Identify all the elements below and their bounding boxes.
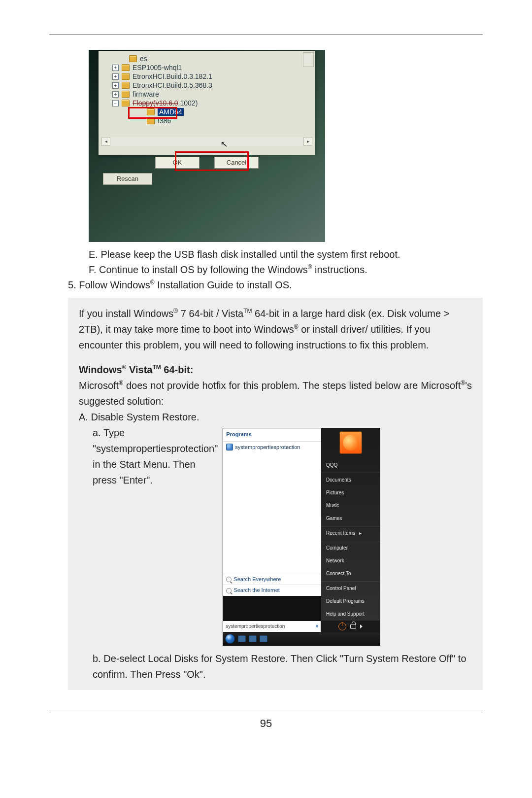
highlight-amd64 bbox=[128, 107, 177, 119]
step-f: F. Continue to install OS by following t… bbox=[89, 262, 483, 278]
startmenu-bottom: systempropertiesprotection × bbox=[223, 621, 380, 632]
menu-games[interactable]: Games bbox=[321, 512, 380, 525]
screenshot-driver-browse: es +ESP1005-whql1 +EtronxHCI.Build.0.3.1… bbox=[89, 50, 325, 242]
taskbar-icon[interactable] bbox=[238, 635, 246, 642]
folder-icon bbox=[122, 100, 130, 106]
page-number: 95 bbox=[49, 717, 483, 730]
folder-label: firmware bbox=[133, 90, 159, 98]
tree-row[interactable]: es bbox=[129, 55, 310, 63]
scroll-right-icon[interactable]: ▸ bbox=[303, 137, 312, 146]
search-icon bbox=[226, 577, 232, 582]
taskbar bbox=[223, 632, 380, 645]
startmenu-right-pane: QQQ Documents Pictures Music Games Recen… bbox=[321, 428, 380, 621]
folder-label: EtronxHCI.Build.0.3.182.1 bbox=[133, 72, 212, 80]
result-label: systempropertiesprotection bbox=[235, 443, 300, 452]
cursor-icon: ↖ bbox=[220, 138, 228, 149]
note-paragraph-2: Microsoft® does not provide hotfix for t… bbox=[79, 378, 472, 409]
power-bar bbox=[321, 621, 380, 632]
tree-row[interactable]: +EtronxHCI.Build.0.3.182.1 bbox=[112, 72, 310, 80]
menu-music[interactable]: Music bbox=[321, 499, 380, 512]
chevron-right-icon[interactable] bbox=[360, 625, 363, 628]
folder-label: ESP1005-whql1 bbox=[133, 64, 182, 71]
folder-label: es bbox=[140, 55, 147, 63]
scrollbar-vertical-stub[interactable] bbox=[303, 52, 314, 67]
menu-network[interactable]: Network bbox=[321, 555, 380, 567]
folder-icon bbox=[122, 82, 130, 89]
document-page: es +ESP1005-whql1 +EtronxHCI.Build.0.3.1… bbox=[0, 0, 532, 798]
user-avatar-icon[interactable] bbox=[339, 431, 362, 454]
top-rule bbox=[49, 35, 483, 35]
expander-icon[interactable]: + bbox=[112, 65, 119, 71]
scroll-left-icon[interactable]: ◂ bbox=[101, 137, 110, 146]
expander-icon[interactable]: + bbox=[112, 91, 119, 98]
note-heading-vista: Windows® VistaTM 64-bit: bbox=[79, 362, 472, 378]
tree-row[interactable]: +firmware bbox=[112, 90, 310, 98]
step-e: E. Please keep the USB flash disk instal… bbox=[89, 247, 483, 262]
menu-control-panel[interactable]: Control Panel bbox=[321, 581, 380, 595]
search-everywhere-link[interactable]: Search Everywhere bbox=[223, 574, 321, 585]
step-A-b: b. De-select Local Disks for System Rest… bbox=[93, 651, 472, 682]
step-A-a: a. Type "systempropertiesprotection" in … bbox=[93, 425, 218, 488]
expander-icon[interactable]: + bbox=[112, 73, 119, 80]
start-orb-icon[interactable] bbox=[225, 634, 235, 644]
search-internet-link[interactable]: Search the Internet bbox=[223, 585, 321, 596]
rescan-button[interactable]: Rescan bbox=[103, 173, 152, 185]
search-icon bbox=[226, 588, 232, 593]
folder-label: EtronxHCI.Build.0.5.368.3 bbox=[133, 81, 212, 89]
menu-documents[interactable]: Documents bbox=[321, 473, 380, 486]
startmenu-search-input[interactable]: systempropertiesprotection × bbox=[223, 621, 321, 632]
expander-icon[interactable]: + bbox=[112, 82, 119, 89]
search-text: systempropertiesprotection bbox=[226, 623, 285, 630]
note-box: If you install Windows® 7 64-bit / Vista… bbox=[68, 298, 483, 690]
folder-icon bbox=[122, 64, 130, 71]
tree-row[interactable]: +EtronxHCI.Build.0.5.368.3 bbox=[112, 81, 310, 89]
highlight-ok bbox=[175, 151, 249, 171]
menu-default-programs[interactable]: Default Programs bbox=[321, 595, 380, 608]
step-A: A. Disable System Restore. bbox=[79, 409, 472, 425]
menu-help[interactable]: Help and Support bbox=[321, 608, 380, 621]
folder-label: Floppy(v10.6.0.1002) bbox=[133, 99, 198, 107]
bottom-rule bbox=[49, 710, 483, 710]
menu-connect-to[interactable]: Connect To bbox=[321, 567, 380, 580]
tree-row[interactable]: +ESP1005-whql1 bbox=[112, 64, 310, 71]
power-icon[interactable] bbox=[338, 623, 346, 630]
expander-icon[interactable]: − bbox=[112, 100, 119, 106]
menu-computer[interactable]: Computer bbox=[321, 541, 380, 555]
program-icon bbox=[226, 444, 233, 451]
taskbar-icon[interactable] bbox=[249, 635, 257, 642]
menu-pictures[interactable]: Pictures bbox=[321, 486, 380, 499]
folder-icon bbox=[122, 73, 130, 80]
startmenu-left-pane: Programs systempropertiesprotection Sear… bbox=[223, 428, 321, 596]
scrollbar-horizontal[interactable]: ◂ ▸ bbox=[101, 137, 312, 146]
folder-icon bbox=[129, 55, 137, 62]
search-result-item[interactable]: systempropertiesprotection bbox=[223, 442, 321, 453]
folder-icon bbox=[122, 91, 130, 98]
dialog-screen: es +ESP1005-whql1 +EtronxHCI.Build.0.3.1… bbox=[99, 51, 315, 155]
tree-row[interactable]: −Floppy(v10.6.0.1002) bbox=[112, 99, 310, 107]
taskbar-icon[interactable] bbox=[260, 635, 267, 642]
clear-search-icon[interactable]: × bbox=[315, 623, 318, 630]
screenshot-vista-startmenu: Programs systempropertiesprotection Sear… bbox=[223, 428, 380, 646]
menu-recent-items[interactable]: Recent Items ▸ bbox=[321, 526, 380, 540]
step-5: 5. Follow Windows® Installation Guide to… bbox=[68, 278, 483, 293]
programs-header: Programs bbox=[223, 428, 321, 442]
menu-user[interactable]: QQQ bbox=[321, 459, 380, 472]
note-paragraph-1: If you install Windows® 7 64-bit / Vista… bbox=[79, 306, 472, 353]
lock-icon[interactable] bbox=[350, 624, 356, 629]
